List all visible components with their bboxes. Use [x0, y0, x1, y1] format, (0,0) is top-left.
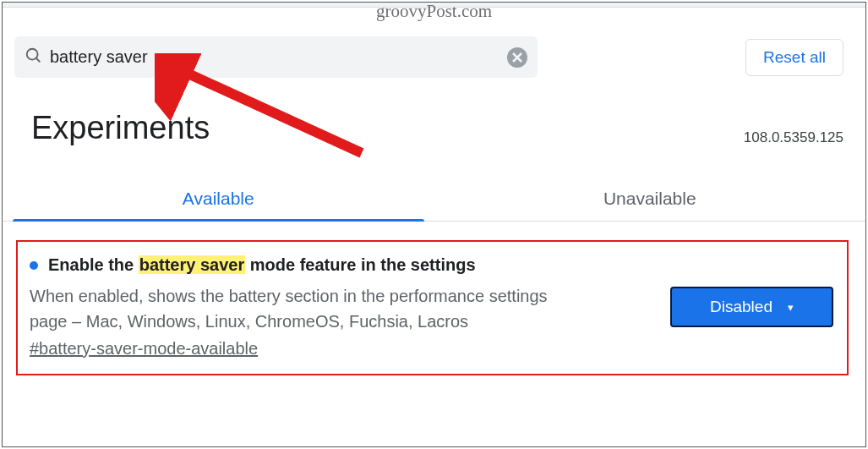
- dropdown-label: Disabled: [710, 298, 772, 316]
- flag-row: Enable the battery saver mode feature in…: [16, 240, 849, 375]
- tab-available[interactable]: Available: [3, 175, 434, 221]
- modified-dot-icon: [30, 261, 38, 270]
- svg-line-1: [36, 57, 41, 62]
- flag-state-dropdown[interactable]: Disabled ▾: [670, 287, 833, 327]
- search-input[interactable]: [43, 47, 507, 67]
- reset-all-button[interactable]: Reset all: [745, 39, 843, 76]
- flag-hash-link[interactable]: #battery-saver-mode-available: [30, 339, 258, 359]
- tab-unavailable[interactable]: Unavailable: [434, 175, 866, 221]
- tabs: Available Unavailable: [3, 175, 865, 222]
- watermark-text: groovyPost.com: [376, 1, 492, 22]
- svg-point-0: [27, 48, 38, 59]
- page-title: Experiments: [31, 110, 210, 146]
- chevron-down-icon: ▾: [788, 301, 794, 314]
- clear-search-button[interactable]: [507, 47, 527, 68]
- flag-description: When enabled, shows the battery section …: [30, 283, 570, 334]
- version-text: 108.0.5359.125: [744, 129, 843, 146]
- search-icon: [25, 47, 43, 68]
- search-box[interactable]: [14, 36, 538, 78]
- flag-title: Enable the battery saver mode feature in…: [30, 255, 645, 275]
- search-highlight: battery saver: [139, 255, 246, 274]
